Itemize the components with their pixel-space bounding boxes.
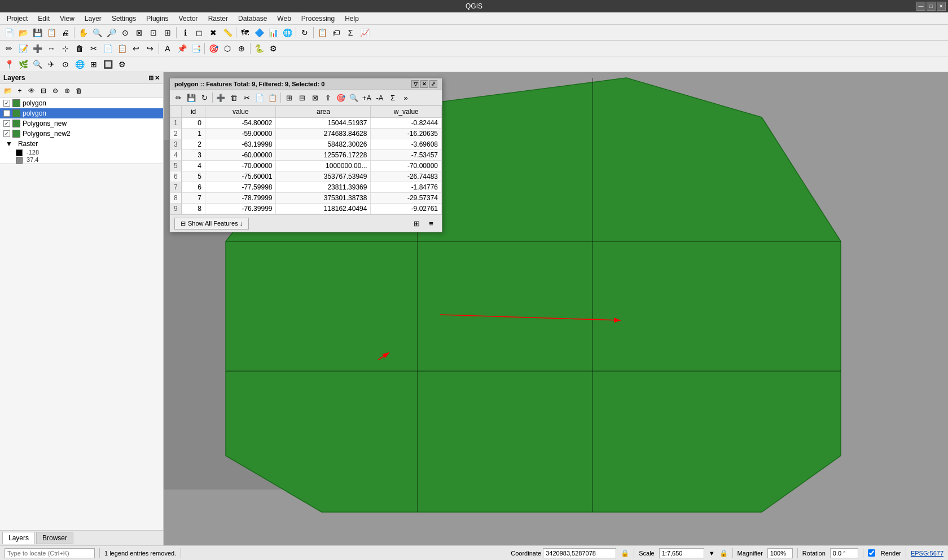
save-as-button[interactable]: 📋 (45, 26, 58, 39)
ft-select-all-button[interactable]: ⊞ (283, 91, 295, 104)
identify-button[interactable]: ℹ (178, 26, 192, 39)
digitize-button[interactable]: ✏ (2, 42, 16, 55)
print-button[interactable]: 🖨 (59, 26, 72, 39)
layer-checkbox-polygon2[interactable] (3, 110, 10, 117)
rotation-input[interactable] (830, 548, 858, 558)
col-header-value[interactable]: value (205, 106, 276, 118)
expand-all-button[interactable]: ⊕ (62, 85, 73, 96)
zoom-full-button[interactable]: ⊠ (133, 26, 146, 39)
collapse-all-button[interactable]: ⊖ (50, 85, 61, 96)
layer-item-polygon2[interactable]: polygon (0, 108, 163, 118)
layer-item-polygon1[interactable]: polygon (0, 98, 163, 108)
zoom-out-button[interactable]: 🔎 (104, 26, 118, 39)
table-row[interactable]: 4 3 -60.00000 125576.17228 -7.53457 (170, 150, 442, 161)
locate-button[interactable]: 📍 (2, 58, 16, 71)
locate-input[interactable] (5, 548, 95, 558)
table-row[interactable]: 5 4 -70.00000 1000000.00... -70.00000 (170, 161, 442, 171)
wms-button[interactable]: 🌐 (73, 58, 86, 71)
table-row[interactable]: 9 8 -76.39999 118162.40494 -9.02761 (170, 204, 442, 214)
table-row[interactable]: 7 6 -77.59998 23811.39369 -1.84776 (170, 182, 442, 193)
map-area[interactable]: polygon :: Features Total: 9, Filtered: … (164, 72, 948, 545)
zoom-layer-button[interactable]: ⊞ (161, 26, 174, 39)
ft-edit-button[interactable]: ✏ (172, 91, 185, 104)
layer-group-raster[interactable]: ▼ Raster (0, 139, 163, 149)
grass-button[interactable]: 🌿 (16, 58, 30, 71)
scale-dropdown-icon[interactable]: ▼ (709, 550, 715, 557)
ft-detach-button[interactable]: ⤢ (429, 80, 437, 88)
ft-paste-button[interactable]: 📋 (266, 91, 279, 104)
table-row[interactable]: 2 1 -59.00000 274683.84628 -16.20635 (170, 129, 442, 139)
layers-close-icon[interactable]: ✕ (155, 74, 160, 82)
coordinate-input[interactable] (543, 548, 616, 558)
ft-delete-attribute-button[interactable]: -A (374, 91, 386, 104)
statistics-button[interactable]: 📈 (358, 26, 371, 39)
ft-delete-selected-button[interactable]: 🗑 (227, 91, 240, 104)
settings-button[interactable]: ⚙ (115, 58, 129, 71)
table-row[interactable]: 1 0 -54.80002 15044.51937 -0.82444 (170, 118, 442, 129)
quick-print-button[interactable]: ⊞ (87, 58, 100, 71)
close-button[interactable]: ✕ (937, 2, 946, 11)
col-header-area[interactable]: area (276, 106, 371, 118)
open-project-button[interactable]: 📂 (16, 26, 30, 39)
new-project-button[interactable]: 📄 (2, 26, 16, 39)
zoom-selection-button[interactable]: ⊡ (147, 26, 160, 39)
tab-layers[interactable]: Layers (2, 532, 35, 544)
processing-button[interactable]: ⚙ (266, 42, 280, 55)
ft-filter-button[interactable]: ⊠ (309, 91, 321, 104)
ft-field-calculator-button[interactable]: Σ (387, 91, 399, 104)
add-raster-button[interactable]: 🗺 (238, 26, 252, 39)
snapping-button[interactable]: 🎯 (207, 42, 220, 55)
menu-settings[interactable]: Settings (107, 14, 141, 24)
menu-processing[interactable]: Processing (297, 14, 339, 24)
manage-visibility-button[interactable]: 👁 (26, 85, 37, 96)
ft-form-view-button[interactable]: ⊞ (410, 217, 423, 230)
undo-button[interactable]: ↩ (129, 42, 143, 55)
scale-input[interactable] (659, 548, 704, 558)
filter-layer-button[interactable]: ⊟ (38, 85, 49, 96)
ft-copy-button[interactable]: 📄 (253, 91, 266, 104)
measure-button[interactable]: 📏 (221, 26, 234, 39)
minimize-button[interactable]: — (916, 2, 925, 11)
paste-button[interactable]: 📋 (115, 42, 129, 55)
flight-button[interactable]: ✈ (45, 58, 58, 71)
add-wms-button[interactable]: 🌐 (280, 26, 294, 39)
ft-save-edits-button[interactable]: 💾 (185, 91, 198, 104)
ft-move-selection-button[interactable]: ⇧ (322, 91, 334, 104)
layer-item-polygons-new2[interactable]: Polygons_new2 (0, 129, 163, 139)
ft-invert-selection-button[interactable]: ⊟ (296, 91, 308, 104)
table-row[interactable]: 8 7 -78.79999 375301.38738 -29.57374 (170, 193, 442, 204)
col-header-w-value[interactable]: w_value (371, 106, 442, 118)
layer-item-polygons-new[interactable]: Polygons_new (0, 118, 163, 129)
node-tool-button[interactable]: ⊹ (59, 42, 72, 55)
col-header-id[interactable]: id (182, 106, 205, 118)
render-checkbox[interactable] (868, 549, 875, 557)
zoom-in-button[interactable]: 🔍 (90, 26, 104, 39)
copy-button[interactable]: 📄 (101, 42, 115, 55)
ft-more-button[interactable]: » (400, 91, 412, 104)
select-button[interactable]: ◻ (192, 26, 206, 39)
ft-new-attribute-button[interactable]: +A (361, 91, 373, 104)
ft-zoom-to-button[interactable]: 🔍 (348, 91, 360, 104)
layer-checkbox-polygon1[interactable] (3, 100, 10, 107)
gps-button[interactable]: ⊙ (59, 58, 72, 71)
tile-button[interactable]: 🔲 (101, 58, 115, 71)
table-row[interactable]: 3 2 -63.19998 58482.30026 -3.69608 (170, 139, 442, 150)
menu-project[interactable]: Project (2, 14, 32, 24)
remove-layer-button[interactable]: 🗑 (73, 85, 85, 96)
ft-cut-button[interactable]: ✂ (240, 91, 253, 104)
table-row[interactable]: 6 5 -75.60001 353767.53949 -26.74483 (170, 171, 442, 182)
ft-reload-button[interactable]: ↻ (198, 91, 210, 104)
layer-checkbox-polygons-new[interactable] (3, 120, 10, 127)
label-editor-button[interactable]: A (161, 42, 174, 55)
toggle-edit-button[interactable]: 📝 (16, 42, 30, 55)
ft-add-feature-button[interactable]: ➕ (214, 91, 227, 104)
layer-checkbox-polygons-new2[interactable] (3, 130, 10, 137)
add-delimited-button[interactable]: 📊 (266, 26, 280, 39)
ft-minimize-button[interactable]: ▽ (411, 80, 419, 88)
redo-button[interactable]: ↪ (143, 42, 157, 55)
add-group-button[interactable]: + (14, 85, 25, 96)
ft-table-view-button[interactable]: ≡ (425, 217, 437, 230)
tab-browser[interactable]: Browser (36, 532, 73, 544)
refresh-button[interactable]: ↻ (298, 26, 311, 39)
search-button[interactable]: 🔍 (30, 58, 44, 71)
